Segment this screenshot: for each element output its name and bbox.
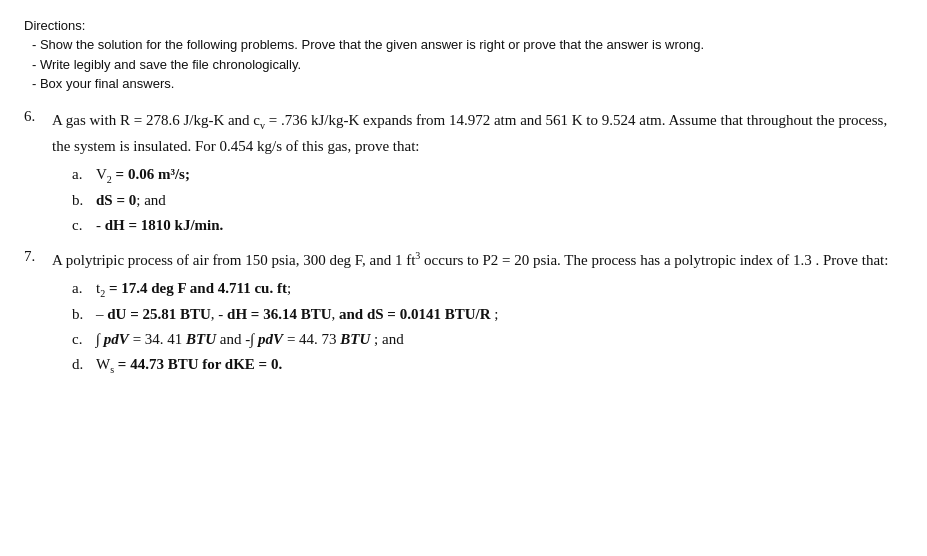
problem-6-part-c: c. - dH = 1810 kJ/min.	[72, 213, 903, 238]
problem-6-parts: a. V2 = 0.06 m³/s; b. dS = 0; and c. - d…	[72, 162, 903, 238]
part-c-content: - dH = 1810 kJ/min.	[96, 213, 223, 238]
problem-7-part-b: b. – dU = 25.81 BTU, - dH = 36.14 BTU, a…	[72, 302, 903, 327]
directions-title: Directions:	[24, 18, 903, 33]
part-b-content: dS = 0; and	[96, 188, 166, 213]
part-c-label: c.	[72, 213, 96, 238]
problem-7-content: A polytripic process of air from 150 psi…	[52, 248, 903, 379]
problem-list: 6. A gas with R = 278.6 J/kg-K and cv = …	[24, 108, 903, 379]
part-7b-content: – dU = 25.81 BTU, - dH = 36.14 BTU, and …	[96, 302, 498, 327]
part-a-label: a.	[72, 162, 96, 187]
problem-6: 6. A gas with R = 278.6 J/kg-K and cv = …	[24, 108, 903, 238]
problem-6-part-b: b. dS = 0; and	[72, 188, 903, 213]
problem-6-number: 6.	[24, 108, 52, 125]
part-a-content: V2 = 0.06 m³/s;	[96, 162, 190, 189]
part-7c-label: c.	[72, 327, 96, 352]
directions-item-3: - Box your final answers.	[32, 74, 903, 94]
problem-6-content: A gas with R = 278.6 J/kg-K and cv = .73…	[52, 108, 903, 238]
problem-7-part-c: c. ∫ pdV = 34. 41 BTU and -∫ pdV = 44. 7…	[72, 327, 903, 352]
part-7b-label: b.	[72, 302, 96, 327]
part-7a-content: t2 = 17.4 deg F and 4.711 cu. ft;	[96, 276, 291, 303]
directions-item-1: - Show the solution for the following pr…	[32, 35, 903, 55]
problem-6-text: A gas with R = 278.6 J/kg-K and cv = .73…	[52, 108, 903, 158]
part-7a-label: a.	[72, 276, 96, 301]
part-7d-content: Ws = 44.73 BTU for dKE = 0.	[96, 352, 282, 379]
problem-7-part-a: a. t2 = 17.4 deg F and 4.711 cu. ft;	[72, 276, 903, 303]
problem-7-part-d: d. Ws = 44.73 BTU for dKE = 0.	[72, 352, 903, 379]
part-b-label: b.	[72, 188, 96, 213]
part-7c-content: ∫ pdV = 34. 41 BTU and -∫ pdV = 44. 73 B…	[96, 327, 404, 352]
problem-7-parts: a. t2 = 17.4 deg F and 4.711 cu. ft; b. …	[72, 276, 903, 379]
directions-block: Directions: - Show the solution for the …	[24, 18, 903, 94]
problem-7: 7. A polytripic process of air from 150 …	[24, 248, 903, 379]
directions-item-2: - Write legibly and save the file chrono…	[32, 55, 903, 75]
problem-6-part-a: a. V2 = 0.06 m³/s;	[72, 162, 903, 189]
problem-7-number: 7.	[24, 248, 52, 265]
part-7d-label: d.	[72, 352, 96, 377]
problem-7-text: A polytripic process of air from 150 psi…	[52, 248, 903, 272]
